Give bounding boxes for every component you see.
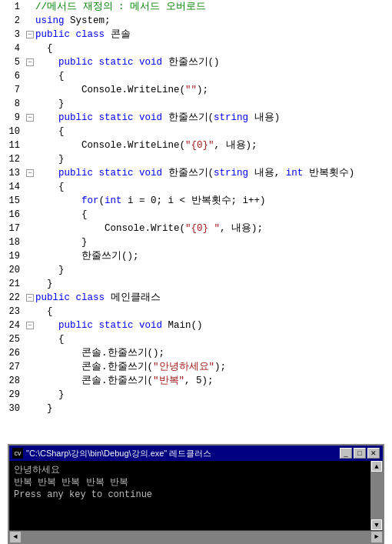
- fold-icon[interactable]: −: [26, 31, 34, 38]
- code-line: − public static void 한줄쓰기(string 내용, int…: [26, 166, 392, 180]
- line-number: 5: [0, 55, 23, 69]
- fold-icon[interactable]: −: [26, 114, 34, 122]
- code-token: }: [35, 263, 65, 277]
- code-token: 한줄쓰기(: [162, 166, 214, 180]
- line-number: 21: [0, 277, 23, 291]
- code-token: "{0}": [185, 139, 214, 152]
- line-number: 23: [0, 305, 23, 319]
- fold-icon[interactable]: −: [26, 294, 34, 302]
- code-token: "반복": [153, 374, 184, 388]
- scroll-up-button[interactable]: ▲: [371, 461, 382, 472]
- code-token: [93, 166, 99, 180]
- fold-icon[interactable]: −: [26, 58, 34, 66]
- scroll-right-button[interactable]: ►: [370, 531, 383, 543]
- console-body: 안녕하세요반복 반복 반복 반복 반복Press any key to cont…: [9, 461, 370, 530]
- code-line: −public class 콘솔: [26, 28, 392, 42]
- code-line: }: [26, 235, 392, 249]
- code-token: }: [35, 97, 65, 111]
- code-token: static: [99, 319, 134, 332]
- code-line: {: [26, 332, 392, 346]
- code-token: , 내용);: [214, 139, 257, 152]
- code-token: 반복횟수): [303, 166, 354, 180]
- line-number: 29: [0, 388, 23, 402]
- line-number: 13: [0, 166, 23, 180]
- code-line: 콘솔.한줄쓰기();: [26, 346, 392, 360]
- code-token: void: [139, 166, 162, 180]
- line-number: 25: [0, 332, 23, 346]
- code-token: System;: [65, 14, 111, 28]
- code-token: "{0} ": [185, 222, 220, 235]
- code-token: public: [58, 55, 93, 69]
- console-output-line: 반복 반복 반복 반복 반복: [14, 476, 366, 489]
- code-token: void: [139, 111, 162, 125]
- code-token: public: [58, 111, 93, 125]
- maximize-button[interactable]: □: [354, 448, 366, 459]
- line-number: 10: [0, 125, 23, 139]
- code-line: {: [26, 305, 392, 319]
- code-line: {: [26, 42, 392, 55]
- console-scrollbar[interactable]: ▲ ▼: [370, 461, 383, 530]
- code-token: 내용,: [248, 166, 286, 180]
- horizontal-scroll-track: [22, 531, 370, 542]
- code-token: }: [35, 277, 53, 291]
- fold-icon[interactable]: −: [26, 322, 34, 329]
- line-number: 7: [0, 83, 23, 97]
- line-number: 1: [0, 0, 23, 14]
- close-button[interactable]: ✕: [367, 448, 380, 459]
- code-token: [35, 166, 58, 180]
- code-line: {: [26, 69, 392, 83]
- code-token: );: [197, 83, 208, 97]
- code-token: {: [35, 69, 65, 83]
- line-number: 28: [0, 374, 23, 388]
- code-token: void: [139, 319, 162, 332]
- code-content: //메서드 재정의 : 메서드 오버로드using System;−public…: [23, 0, 392, 442]
- scroll-down-button[interactable]: ▼: [371, 519, 382, 530]
- code-line: {: [26, 125, 392, 139]
- code-line: for(int i = 0; i < 반복횟수; i++): [26, 194, 392, 208]
- code-line: 한줄쓰기();: [26, 249, 392, 263]
- code-token: public: [35, 28, 70, 42]
- code-token: [70, 291, 76, 305]
- code-token: }: [35, 388, 65, 402]
- code-token: 한줄쓰기(): [162, 55, 220, 69]
- code-line: − public static void 한줄쓰기(): [26, 55, 392, 69]
- code-token: //메서드 재정의 : 메서드 오버로드: [35, 0, 206, 14]
- code-token: class: [76, 28, 105, 42]
- code-token: "": [185, 83, 197, 97]
- code-line: 콘솔.한줄쓰기("반복", 5);: [26, 374, 392, 388]
- code-line: }: [26, 402, 392, 416]
- line-number: 12: [0, 152, 23, 166]
- minimize-button[interactable]: _: [340, 448, 352, 459]
- line-number: 17: [0, 222, 23, 235]
- code-token: 한줄쓰기();: [35, 249, 139, 263]
- line-number: 15: [0, 194, 23, 208]
- code-token: int: [105, 194, 122, 208]
- code-token: for: [81, 194, 99, 208]
- code-token: , 5);: [184, 374, 214, 388]
- code-line: Console.WriteLine("{0}", 내용);: [26, 139, 392, 152]
- code-line: }: [26, 388, 392, 402]
- code-line: −public class 메인클래스: [26, 291, 392, 305]
- code-token: Console.WriteLine(: [35, 139, 185, 152]
- code-editor: 1234567891011121314151617181920212223242…: [0, 0, 392, 442]
- line-number: 24: [0, 319, 23, 332]
- code-token: Console.Write(: [35, 222, 185, 235]
- line-numbers: 1234567891011121314151617181920212223242…: [0, 0, 23, 442]
- scroll-left-button[interactable]: ◄: [9, 531, 22, 543]
- code-token: "안녕하세요": [153, 360, 214, 374]
- console-icon: cv: [12, 448, 23, 459]
- line-number: 22: [0, 291, 23, 305]
- fold-icon[interactable]: −: [26, 169, 34, 177]
- line-number: 18: [0, 235, 23, 249]
- line-number: 27: [0, 360, 23, 374]
- code-token: [93, 319, 99, 332]
- code-token: Main(): [162, 319, 203, 332]
- console-window: cv "C:\CSharp\강의\bin\Debug\강의.exe" 레드클러스…: [8, 444, 384, 544]
- code-token: , 내용);: [220, 222, 263, 235]
- code-token: 콘솔.한줄쓰기();: [35, 346, 164, 360]
- code-line: {: [26, 208, 392, 222]
- code-token: {: [35, 125, 65, 139]
- code-line: Console.WriteLine("");: [26, 83, 392, 97]
- code-token: using: [35, 14, 65, 28]
- line-number: 6: [0, 69, 23, 83]
